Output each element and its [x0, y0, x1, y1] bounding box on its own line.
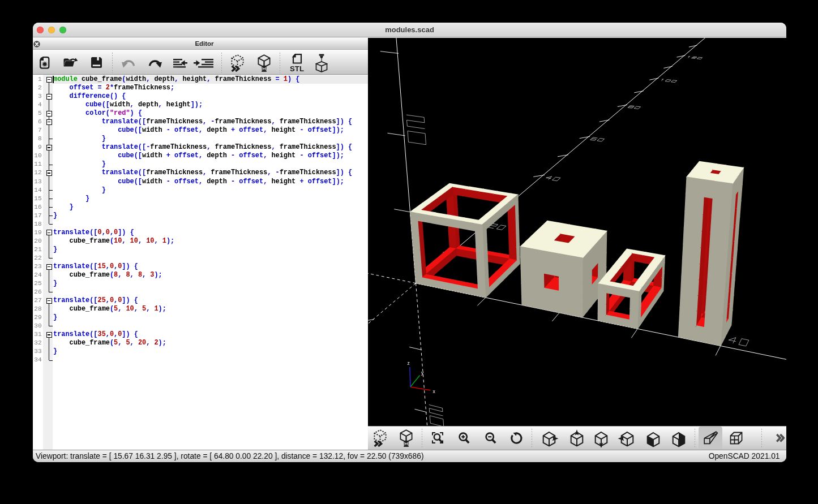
svg-text:y: y — [421, 370, 424, 376]
svg-text:z: z — [407, 360, 409, 366]
svg-text:x: x — [432, 389, 435, 394]
